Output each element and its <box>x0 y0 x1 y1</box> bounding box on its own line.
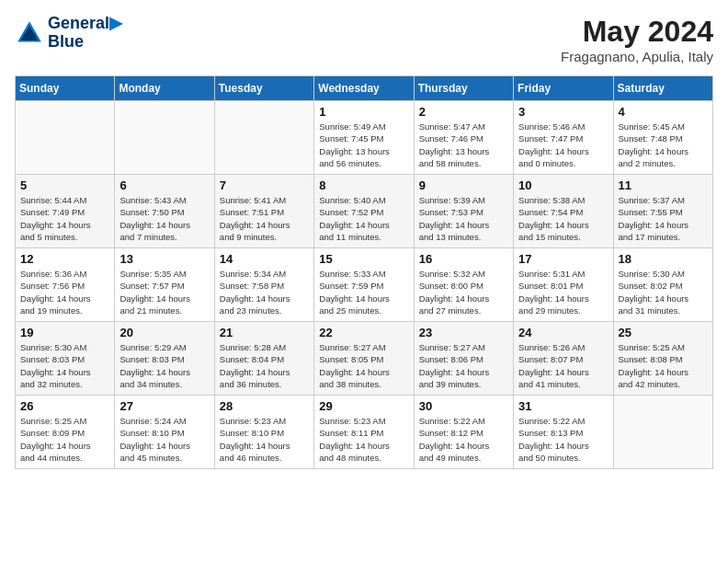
day-number: 5 <box>20 178 109 192</box>
day-number: 20 <box>119 326 209 339</box>
calendar-cell: 21Sunrise: 5:28 AMSunset: 8:04 PMDayligh… <box>214 322 313 396</box>
day-info: Sunrise: 5:38 AMSunset: 7:54 PMDaylight:… <box>518 194 608 243</box>
day-number: 6 <box>119 178 209 192</box>
title-block: May 2024 Fragagnano, Apulia, Italy <box>561 15 713 64</box>
day-number: 2 <box>419 105 508 119</box>
day-number: 14 <box>220 252 309 266</box>
calendar-cell: 25Sunrise: 5:25 AMSunset: 8:08 PMDayligh… <box>613 322 712 396</box>
calendar-cell <box>115 101 214 175</box>
day-number: 19 <box>20 326 109 339</box>
calendar-week-row: 19Sunrise: 5:30 AMSunset: 8:03 PMDayligh… <box>16 322 713 396</box>
calendar-cell <box>16 101 115 175</box>
calendar-cell <box>613 396 712 469</box>
day-number: 4 <box>619 105 708 119</box>
day-number: 17 <box>518 252 608 266</box>
day-info: Sunrise: 5:39 AMSunset: 7:53 PMDaylight:… <box>419 194 508 243</box>
day-number: 10 <box>518 178 608 192</box>
day-info: Sunrise: 5:22 AMSunset: 8:13 PMDaylight:… <box>518 415 608 464</box>
calendar-cell: 10Sunrise: 5:38 AMSunset: 7:54 PMDayligh… <box>514 175 613 248</box>
calendar-week-row: 12Sunrise: 5:36 AMSunset: 7:56 PMDayligh… <box>16 248 713 322</box>
day-number: 18 <box>619 252 708 266</box>
calendar-cell: 3Sunrise: 5:46 AMSunset: 7:47 PMDaylight… <box>514 101 613 175</box>
day-info: Sunrise: 5:25 AMSunset: 8:08 PMDaylight:… <box>619 341 708 390</box>
day-info: Sunrise: 5:35 AMSunset: 7:57 PMDaylight:… <box>119 268 209 316</box>
day-header-tuesday: Tuesday <box>214 76 313 101</box>
calendar-cell: 16Sunrise: 5:32 AMSunset: 8:00 PMDayligh… <box>414 248 513 322</box>
day-header-thursday: Thursday <box>414 76 513 101</box>
day-info: Sunrise: 5:23 AMSunset: 8:10 PMDaylight:… <box>220 415 309 464</box>
calendar-cell: 31Sunrise: 5:22 AMSunset: 8:13 PMDayligh… <box>514 396 613 469</box>
day-number: 7 <box>220 178 309 192</box>
month-title: May 2024 <box>561 15 713 49</box>
day-number: 1 <box>319 105 408 119</box>
logo-icon <box>15 18 44 48</box>
day-number: 12 <box>20 252 109 266</box>
day-info: Sunrise: 5:44 AMSunset: 7:49 PMDaylight:… <box>20 194 109 243</box>
location: Fragagnano, Apulia, Italy <box>561 49 713 64</box>
day-info: Sunrise: 5:34 AMSunset: 7:58 PMDaylight:… <box>220 268 309 316</box>
day-number: 11 <box>619 178 708 192</box>
day-info: Sunrise: 5:33 AMSunset: 7:59 PMDaylight:… <box>319 268 408 316</box>
day-info: Sunrise: 5:30 AMSunset: 8:03 PMDaylight:… <box>20 341 109 390</box>
calendar-cell: 14Sunrise: 5:34 AMSunset: 7:58 PMDayligh… <box>214 248 313 322</box>
calendar-cell: 6Sunrise: 5:43 AMSunset: 7:50 PMDaylight… <box>115 175 214 248</box>
day-number: 28 <box>220 399 309 413</box>
calendar-cell <box>214 101 313 175</box>
calendar-week-row: 26Sunrise: 5:25 AMSunset: 8:09 PMDayligh… <box>16 396 713 469</box>
calendar-week-row: 1Sunrise: 5:49 AMSunset: 7:45 PMDaylight… <box>16 101 713 175</box>
day-info: Sunrise: 5:27 AMSunset: 8:05 PMDaylight:… <box>319 341 408 390</box>
day-number: 29 <box>319 399 408 413</box>
calendar-cell: 17Sunrise: 5:31 AMSunset: 8:01 PMDayligh… <box>514 248 613 322</box>
day-info: Sunrise: 5:47 AMSunset: 7:46 PMDaylight:… <box>419 121 508 169</box>
day-info: Sunrise: 5:23 AMSunset: 8:11 PMDaylight:… <box>319 415 408 464</box>
calendar-cell: 13Sunrise: 5:35 AMSunset: 7:57 PMDayligh… <box>115 248 214 322</box>
calendar-cell: 19Sunrise: 5:30 AMSunset: 8:03 PMDayligh… <box>16 322 115 396</box>
day-info: Sunrise: 5:26 AMSunset: 8:07 PMDaylight:… <box>518 341 608 390</box>
day-number: 3 <box>518 105 608 119</box>
day-info: Sunrise: 5:29 AMSunset: 8:03 PMDaylight:… <box>119 341 209 390</box>
calendar-cell: 22Sunrise: 5:27 AMSunset: 8:05 PMDayligh… <box>314 322 414 396</box>
calendar-header-row: SundayMondayTuesdayWednesdayThursdayFrid… <box>16 76 713 101</box>
day-number: 31 <box>518 399 608 413</box>
calendar-cell: 7Sunrise: 5:41 AMSunset: 7:51 PMDaylight… <box>214 175 313 248</box>
day-number: 27 <box>119 399 209 413</box>
day-info: Sunrise: 5:37 AMSunset: 7:55 PMDaylight:… <box>619 194 708 243</box>
day-header-sunday: Sunday <box>16 76 115 101</box>
day-header-monday: Monday <box>115 76 214 101</box>
day-info: Sunrise: 5:41 AMSunset: 7:51 PMDaylight:… <box>220 194 309 243</box>
logo-text: General▶ Blue <box>48 15 122 52</box>
day-number: 24 <box>518 326 608 339</box>
calendar-cell: 26Sunrise: 5:25 AMSunset: 8:09 PMDayligh… <box>16 396 115 469</box>
calendar-week-row: 5Sunrise: 5:44 AMSunset: 7:49 PMDaylight… <box>16 175 713 248</box>
day-number: 16 <box>419 252 508 266</box>
day-info: Sunrise: 5:31 AMSunset: 8:01 PMDaylight:… <box>518 268 608 316</box>
logo: General▶ Blue <box>15 15 122 52</box>
day-number: 13 <box>119 252 209 266</box>
day-info: Sunrise: 5:28 AMSunset: 8:04 PMDaylight:… <box>220 341 309 390</box>
day-number: 9 <box>419 178 508 192</box>
day-info: Sunrise: 5:49 AMSunset: 7:45 PMDaylight:… <box>319 121 408 169</box>
calendar-cell: 2Sunrise: 5:47 AMSunset: 7:46 PMDaylight… <box>414 101 513 175</box>
calendar-cell: 18Sunrise: 5:30 AMSunset: 8:02 PMDayligh… <box>613 248 712 322</box>
calendar-table: SundayMondayTuesdayWednesdayThursdayFrid… <box>15 75 713 469</box>
day-header-friday: Friday <box>514 76 613 101</box>
calendar-cell: 20Sunrise: 5:29 AMSunset: 8:03 PMDayligh… <box>115 322 214 396</box>
calendar-cell: 5Sunrise: 5:44 AMSunset: 7:49 PMDaylight… <box>16 175 115 248</box>
calendar-cell: 1Sunrise: 5:49 AMSunset: 7:45 PMDaylight… <box>314 101 414 175</box>
calendar-cell: 8Sunrise: 5:40 AMSunset: 7:52 PMDaylight… <box>314 175 414 248</box>
day-info: Sunrise: 5:24 AMSunset: 8:10 PMDaylight:… <box>119 415 209 464</box>
day-number: 8 <box>319 178 408 192</box>
day-info: Sunrise: 5:32 AMSunset: 8:00 PMDaylight:… <box>419 268 508 316</box>
calendar-cell: 4Sunrise: 5:45 AMSunset: 7:48 PMDaylight… <box>613 101 712 175</box>
day-info: Sunrise: 5:27 AMSunset: 8:06 PMDaylight:… <box>419 341 508 390</box>
day-number: 21 <box>220 326 309 339</box>
day-number: 30 <box>419 399 508 413</box>
calendar-cell: 23Sunrise: 5:27 AMSunset: 8:06 PMDayligh… <box>414 322 513 396</box>
day-number: 23 <box>419 326 508 339</box>
day-header-wednesday: Wednesday <box>314 76 414 101</box>
day-number: 26 <box>20 399 109 413</box>
day-number: 22 <box>319 326 408 339</box>
day-number: 25 <box>619 326 708 339</box>
day-info: Sunrise: 5:46 AMSunset: 7:47 PMDaylight:… <box>518 121 608 169</box>
day-info: Sunrise: 5:22 AMSunset: 8:12 PMDaylight:… <box>419 415 508 464</box>
